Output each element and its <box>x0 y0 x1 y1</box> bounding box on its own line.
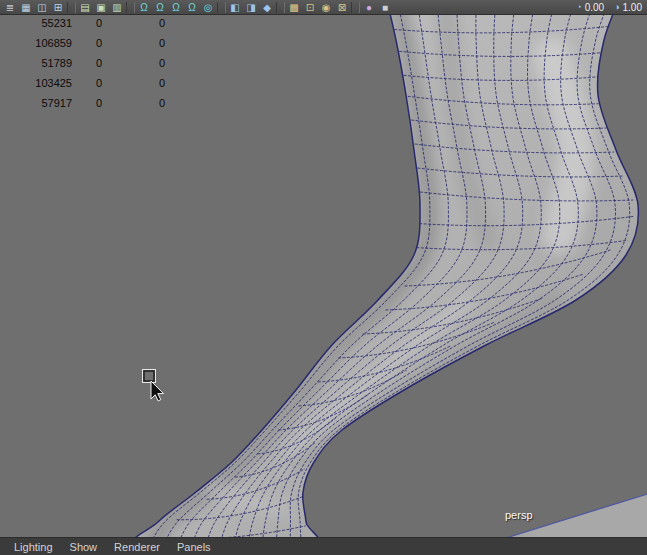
polycount-value: 55231 <box>8 17 72 29</box>
polycount-value: 0 <box>72 77 102 89</box>
make-live-icon[interactable]: ◎ <box>200 1 216 14</box>
snap-to-point-icon[interactable]: Ω <box>168 1 184 14</box>
output-connections-icon[interactable]: ◨ <box>243 1 259 14</box>
polycount-value: 0 <box>72 37 102 49</box>
camera-label[interactable]: persp <box>505 509 533 521</box>
toolbar-icon-group: ≣▦◫⊞▤▣▥ΩΩΩΩ◎◧◨◆▩⊡◉⊠●■ <box>0 1 393 14</box>
panel-menu-renderer[interactable]: Renderer <box>114 541 160 553</box>
status-line-toolbar: ≣▦◫⊞▤▣▥ΩΩΩΩ◎◧◨◆▩⊡◉⊠●■ ◔0.00◑1.00 <box>0 0 647 15</box>
ipr-render-icon[interactable]: ◉ <box>318 1 334 14</box>
select-by-component-icon[interactable]: ▥ <box>109 1 125 14</box>
polycount-row: 10685900 <box>8 33 165 53</box>
snap-to-curve-icon[interactable]: Ω <box>152 1 168 14</box>
shaded-display-icon[interactable]: ⊞ <box>50 1 66 14</box>
panel-menu-lighting[interactable]: Lighting <box>14 541 53 553</box>
toolbar-separator <box>126 2 135 13</box>
render-current-frame-icon[interactable]: ⊡ <box>302 1 318 14</box>
polycount-row: 5178900 <box>8 53 165 73</box>
render-settings-icon[interactable]: ⊠ <box>334 1 350 14</box>
snap-to-plane-icon[interactable]: Ω <box>184 1 200 14</box>
select-cursor <box>143 370 164 402</box>
panel-menu-panels[interactable]: Panels <box>177 541 211 553</box>
polycount-value: 57917 <box>8 97 72 109</box>
toolbar-field-2-value: 1.00 <box>623 2 642 13</box>
polycount-hud: 5523100106859005178900103425005791700 <box>8 13 165 113</box>
open-render-view-icon[interactable]: ▩ <box>286 1 302 14</box>
leg-mesh[interactable] <box>131 0 638 551</box>
toolbar-field-group: ◔0.00◑1.00 <box>576 1 647 14</box>
polycount-value: 0 <box>102 97 165 109</box>
panel-menu-show[interactable]: Show <box>70 541 98 553</box>
input-connections-icon[interactable]: ◧ <box>227 1 243 14</box>
maya-window: ≣▦◫⊞▤▣▥ΩΩΩΩ◎◧◨◆▩⊡◉⊠●■ ◔0.00◑1.00 5523100… <box>0 0 647 555</box>
toolbar-field-1-value: 0.00 <box>585 2 604 13</box>
polycount-value: 0 <box>72 57 102 69</box>
toolbox-icon[interactable]: ■ <box>377 1 393 14</box>
toolbar-field-2-icon: ◑ <box>614 1 619 14</box>
polycount-row: 5791700 <box>8 93 165 113</box>
paint-effects-icon[interactable]: ● <box>361 1 377 14</box>
polycount-value: 51789 <box>8 57 72 69</box>
polycount-value: 0 <box>102 57 165 69</box>
snap-to-grid-icon[interactable]: Ω <box>136 1 152 14</box>
toolbar-separator <box>217 2 226 13</box>
toolbar-field-1[interactable]: ◔0.00 <box>576 1 604 14</box>
toolbar-separator <box>67 2 76 13</box>
polycount-row: 10342500 <box>8 73 165 93</box>
panel-menubar: LightingShowRendererPanels <box>0 537 647 555</box>
polycount-value: 0 <box>102 77 165 89</box>
polycount-value: 103425 <box>8 77 72 89</box>
polycount-row: 5523100 <box>8 13 165 33</box>
polycount-value: 0 <box>102 37 165 49</box>
toolbar-separator <box>276 2 285 13</box>
toolbar-field-2[interactable]: ◑1.00 <box>614 1 642 14</box>
construction-history-icon[interactable]: ◆ <box>259 1 275 14</box>
polycount-value: 0 <box>72 17 102 29</box>
select-by-hierarchy-icon[interactable]: ▤ <box>77 1 93 14</box>
toolbar-separator <box>351 2 360 13</box>
select-by-object-icon[interactable]: ▣ <box>93 1 109 14</box>
polycount-value: 0 <box>72 97 102 109</box>
wireframe-display-icon[interactable]: ◫ <box>34 1 50 14</box>
selection-mode-icon[interactable]: ≣ <box>2 1 18 14</box>
polycount-value: 0 <box>102 17 165 29</box>
polycount-value: 106859 <box>8 37 72 49</box>
toolbar-field-1-icon: ◔ <box>576 1 581 14</box>
grid-display-icon[interactable]: ▦ <box>18 1 34 14</box>
